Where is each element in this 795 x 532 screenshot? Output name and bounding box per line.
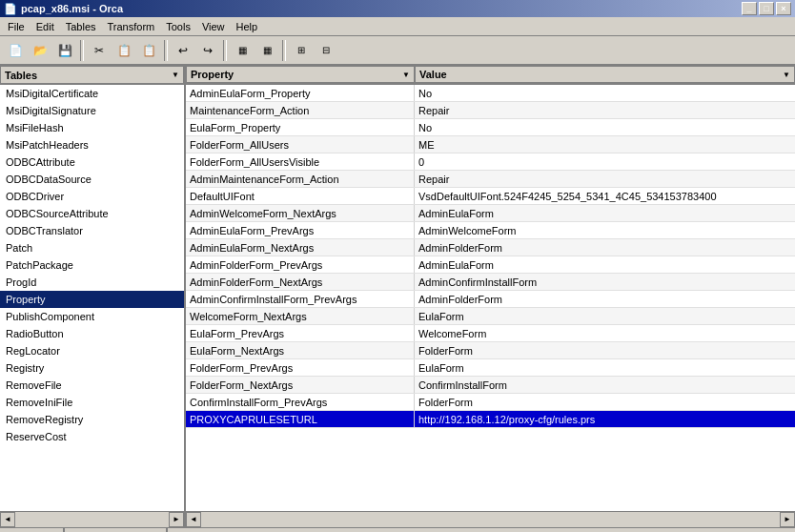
table-row[interactable]: AdminConfirmInstallForm_PrevArgsAdminFol… (186, 291, 795, 308)
property-cell: WelcomeForm_NextArgs (186, 308, 415, 324)
tables-list[interactable]: MsiDigitalCertificateMsiDigitalSignature… (0, 85, 184, 511)
scroll-left-arrow[interactable]: ◄ (0, 512, 15, 527)
table-list-item[interactable]: ODBCDriver (0, 188, 184, 205)
status-tables: Tables: 87 (0, 528, 65, 532)
table-row[interactable]: AdminEulaForm_NextArgsAdminFolderForm (186, 239, 795, 256)
tables-panel: Tables ▼ MsiDigitalCertificateMsiDigital… (0, 66, 186, 511)
table-row[interactable]: FolderForm_NextArgsConfirmInstallForm (186, 377, 795, 394)
table-list-item[interactable]: MsiDigitalSignature (0, 102, 184, 119)
h-scroll-left: ◄ ► (0, 512, 186, 526)
property-col-label: Property (191, 69, 234, 80)
scroll-left-arrow-right[interactable]: ◄ (186, 512, 201, 527)
toolbar-tables1[interactable]: ▦ (231, 40, 254, 61)
value-cell: EulaForm (415, 308, 795, 324)
value-cell: AdminFolderForm (415, 291, 795, 307)
title-bar-text: pcap_x86.msi - Orca (21, 3, 123, 14)
toolbar-paste[interactable]: 📋 (137, 40, 160, 61)
property-cell: AdminEulaForm_NextArgs (186, 239, 415, 256)
toolbar-sep3 (223, 40, 227, 61)
h-scroll-right: ◄ ► (186, 512, 795, 526)
table-row[interactable]: EulaForm_PrevArgsWelcomeForm (186, 325, 795, 342)
toolbar-cut[interactable]: ✂ (88, 40, 111, 61)
table-list-item[interactable]: RemoveRegistry (0, 411, 184, 428)
toolbar-tables2[interactable]: ▦ (255, 40, 278, 61)
table-row[interactable]: MaintenanceForm_ActionRepair (186, 102, 795, 119)
table-row[interactable]: AdminFolderForm_PrevArgsAdminEulaForm (186, 256, 795, 274)
h-scroll-track-right[interactable] (201, 512, 780, 527)
table-row[interactable]: FolderForm_PrevArgsEulaForm (186, 359, 795, 377)
table-row[interactable]: EulaForm_PropertyNo (186, 119, 795, 136)
property-sort-arrow: ▼ (402, 71, 410, 79)
toolbar-view2[interactable]: ⊟ (315, 40, 337, 61)
table-row[interactable]: EulaForm_NextArgsFolderForm (186, 342, 795, 359)
table-row[interactable]: AdminMaintenanceForm_ActionRepair (186, 171, 795, 188)
menu-tools[interactable]: Tools (160, 19, 196, 34)
value-col-header: Value ▼ (415, 66, 795, 83)
table-list-item[interactable]: RadioButton (0, 325, 184, 342)
property-cell: AdminEulaForm_PrevArgs (186, 222, 415, 238)
table-list-item[interactable]: ODBCDataSource (0, 171, 184, 188)
table-list-item[interactable]: Patch (0, 239, 184, 256)
table-row[interactable]: AdminEulaForm_PropertyNo (186, 85, 795, 102)
table-list-item[interactable]: MsiPatchHeaders (0, 136, 184, 153)
value-cell: Repair (415, 171, 795, 187)
h-scroll-track-left[interactable] (15, 512, 169, 527)
table-row[interactable]: FolderForm_AllUsersME (186, 136, 795, 153)
toolbar-save[interactable]: 💾 (53, 40, 76, 61)
table-row[interactable]: PROXYCAPRULESETURLhttp://192.168.1.12/pr… (186, 411, 795, 428)
value-cell: EulaForm (415, 359, 795, 376)
menu-file[interactable]: File (2, 19, 31, 34)
title-bar-buttons[interactable]: _ □ × (742, 2, 791, 15)
value-cell: ConfirmInstallForm (415, 377, 795, 393)
toolbar-redo[interactable]: ↪ (196, 40, 219, 61)
table-list-item[interactable]: MsiFileHash (0, 119, 184, 136)
table-list-item[interactable]: RemoveIniFile (0, 394, 184, 411)
menu-edit[interactable]: Edit (31, 19, 60, 34)
table-list-item[interactable]: ProgId (0, 274, 184, 291)
property-cell: PROXYCAPRULESETURL (186, 411, 415, 427)
prop-table[interactable]: AdminEulaForm_PropertyNoMaintenanceForm_… (186, 85, 795, 511)
toolbar-copy[interactable]: 📋 (112, 40, 135, 61)
prop-header-row: Property ▼ Value ▼ (186, 66, 795, 85)
property-cell: MaintenanceForm_Action (186, 102, 415, 118)
value-cell: FolderForm (415, 342, 795, 358)
table-row[interactable]: WelcomeForm_NextArgsEulaForm (186, 308, 795, 325)
toolbar-undo[interactable]: ↩ (172, 40, 194, 61)
table-list-item[interactable]: MsiDigitalCertificate (0, 85, 184, 102)
app-icon: 📄 (4, 3, 17, 15)
toolbar-open[interactable]: 📂 (29, 40, 51, 61)
table-row[interactable]: ConfirmInstallForm_PrevArgsFolderForm (186, 394, 795, 411)
table-list-item[interactable]: RemoveFile (0, 377, 184, 394)
table-row[interactable]: DefaultUIFontVsdDefaultUIFont.524F4245_5… (186, 188, 795, 205)
main-content: Tables ▼ MsiDigitalCertificateMsiDigital… (0, 65, 795, 511)
toolbar-view1[interactable]: ⊞ (290, 40, 313, 61)
toolbar: 📄 📂 💾 ✂ 📋 📋 ↩ ↪ ▦ ▦ ⊞ ⊟ (0, 36, 795, 65)
table-row[interactable]: AdminEulaForm_PrevArgsAdminWelcomeForm (186, 222, 795, 239)
toolbar-sep1 (80, 40, 84, 61)
value-cell: http://192.168.1.12/proxy-cfg/rules.prs (415, 411, 795, 427)
table-row[interactable]: AdminFolderForm_NextArgsAdminConfirmInst… (186, 274, 795, 291)
table-list-item[interactable]: RegLocator (0, 342, 184, 359)
table-list-item[interactable]: ODBCSourceAttribute (0, 205, 184, 222)
value-cell: AdminEulaForm (415, 205, 795, 221)
maximize-button[interactable]: □ (759, 2, 774, 15)
table-list-item[interactable]: PatchPackage (0, 256, 184, 274)
scroll-right-arrow-right[interactable]: ► (780, 512, 795, 527)
close-button[interactable]: × (776, 2, 791, 15)
table-list-item[interactable]: PublishComponent (0, 308, 184, 325)
menu-view[interactable]: View (196, 19, 231, 34)
table-list-item[interactable]: ReserveCost (0, 428, 184, 445)
table-list-item[interactable]: ODBCTranslator (0, 222, 184, 239)
table-list-item[interactable]: Property (0, 291, 184, 308)
menu-help[interactable]: Help (231, 19, 264, 34)
scroll-right-arrow-left[interactable]: ► (169, 512, 184, 527)
menu-transform[interactable]: Transform (102, 19, 161, 34)
table-row[interactable]: AdminWelcomeForm_NextArgsAdminEulaForm (186, 205, 795, 222)
table-list-item[interactable]: ODBCAttribute (0, 153, 184, 171)
property-cell: EulaForm_PrevArgs (186, 325, 415, 341)
toolbar-new[interactable]: 📄 (4, 40, 27, 61)
table-row[interactable]: FolderForm_AllUsersVisible0 (186, 153, 795, 171)
table-list-item[interactable]: Registry (0, 359, 184, 377)
minimize-button[interactable]: _ (742, 2, 757, 15)
menu-tables[interactable]: Tables (60, 19, 102, 34)
